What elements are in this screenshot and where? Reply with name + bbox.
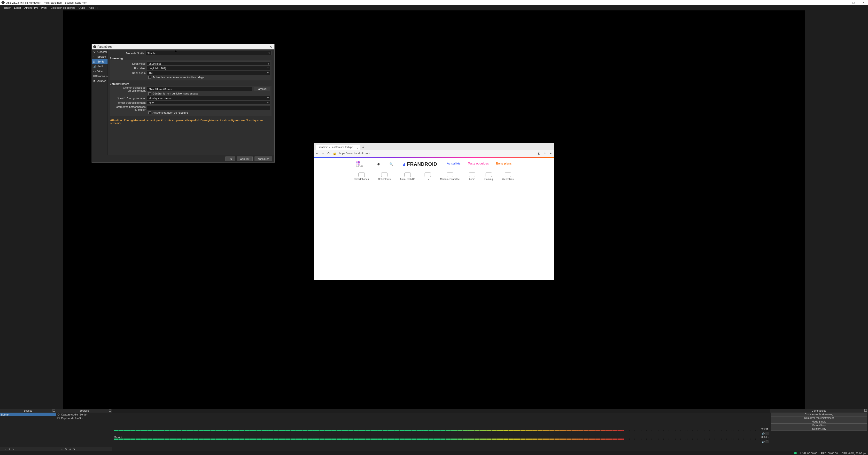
sidebar-item-avance[interactable]: ✖Avancé xyxy=(92,79,107,83)
mode-label: Mode de Sortie xyxy=(110,52,146,55)
sidebar-item-audio[interactable]: 🔊Audio xyxy=(92,64,107,69)
add-source-button[interactable]: + xyxy=(57,448,59,451)
source-item[interactable]: Capture Audio (Sortie) xyxy=(56,413,112,416)
eye-icon[interactable] xyxy=(57,414,60,416)
url-field[interactable]: https://www.frandroid.com xyxy=(339,152,535,155)
start-record-button[interactable]: Démarrer l'enregistrement xyxy=(771,416,867,420)
browser-tab[interactable]: Frandroid – La référence tech po × xyxy=(316,145,360,150)
cat-smartphones[interactable]: Smartphones xyxy=(354,173,369,181)
source-up-button[interactable]: ∧ xyxy=(69,448,71,451)
sidebar-item-general[interactable]: ⚙Général xyxy=(92,50,107,54)
menu-afficher[interactable]: Afficher (V) xyxy=(23,5,39,10)
exit-button[interactable]: Quitter OBS xyxy=(771,427,867,431)
track-settings-icon[interactable] xyxy=(766,441,769,443)
menu-editer[interactable]: Editer xyxy=(12,5,23,10)
recording-header: Enregistrement xyxy=(110,82,272,85)
star-icon[interactable]: ☆ xyxy=(544,152,546,155)
gen-name-row[interactable]: Générer le nom du fichier sans espace xyxy=(111,91,270,96)
source-item[interactable]: Capture de fenêtre xyxy=(56,416,112,420)
menu-collection[interactable]: Collection de scènes xyxy=(49,5,77,10)
encoder-select[interactable]: Logiciel (x264) xyxy=(147,66,270,70)
video-bitrate-input[interactable]: 2500 Kbps xyxy=(147,62,270,66)
menu-profil[interactable]: Profil xyxy=(39,5,49,10)
remove-source-button[interactable]: − xyxy=(61,448,62,451)
sources-dock-title[interactable]: Sources xyxy=(56,409,112,413)
menu-outils[interactable]: Outils xyxy=(77,5,87,10)
cat-wearables[interactable]: Wearables xyxy=(502,173,514,181)
nav-actualites[interactable]: Actualités xyxy=(447,161,460,166)
menu-aide[interactable]: Aide (H) xyxy=(87,5,100,10)
controls-dock-title[interactable]: Commandes xyxy=(770,409,868,413)
sidebar-item-stream[interactable]: ᖮStream (flux) xyxy=(92,54,107,59)
gear-icon: ⚙ xyxy=(93,51,96,53)
scenes-dock-title[interactable]: Scènes xyxy=(0,409,56,413)
settings-button[interactable]: Paramètres xyxy=(771,424,867,427)
reader-icon[interactable]: ◐ xyxy=(538,152,540,155)
popout-icon[interactable] xyxy=(109,409,111,412)
scene-up-button[interactable]: ∧ xyxy=(8,448,10,451)
level-meter xyxy=(114,438,769,440)
close-button[interactable]: ✕ xyxy=(858,0,868,5)
bookmarks-icon[interactable]: ★ xyxy=(550,152,552,155)
rec-path-input[interactable]: \\Mac\Home\Movies xyxy=(147,87,252,91)
darkmode-icon[interactable]: ◐ xyxy=(377,162,380,166)
gen-name-label: Générer le nom du fichier sans espace xyxy=(153,92,198,95)
cat-ordinateurs[interactable]: Ordinateurs xyxy=(378,173,391,181)
track-settings-icon[interactable] xyxy=(766,432,769,435)
start-stream-button[interactable]: Commencer le streaming xyxy=(771,413,867,416)
audio-bitrate-select[interactable]: 160 xyxy=(147,71,270,75)
new-tab-button[interactable]: + xyxy=(362,145,364,149)
advanced-encode-checkbox[interactable] xyxy=(149,76,151,79)
cat-gaming[interactable]: Gaming xyxy=(485,173,493,181)
cat-maison[interactable]: Maison connectée xyxy=(440,173,460,181)
nav-tests[interactable]: Tests et guides xyxy=(468,161,489,166)
source-down-button[interactable]: ∨ xyxy=(73,448,75,451)
muxer-input[interactable] xyxy=(147,106,270,110)
menu-button[interactable]: MENU xyxy=(356,161,363,168)
forward-icon[interactable]: → xyxy=(321,152,324,155)
scene-down-button[interactable]: ∨ xyxy=(12,448,14,451)
minimize-button[interactable]: — xyxy=(839,0,848,5)
tab-close-icon[interactable]: × xyxy=(357,146,358,151)
ok-button[interactable]: Ok xyxy=(225,156,235,161)
video-bitrate-label: Débit vidéo xyxy=(111,62,147,65)
replay-checkbox[interactable] xyxy=(149,112,151,114)
mode-select[interactable]: Simple xyxy=(146,51,272,55)
sidebar-item-sortie[interactable]: ⍈Sortie xyxy=(92,59,107,64)
browse-button[interactable]: Parcourir xyxy=(254,87,270,91)
gen-name-checkbox[interactable] xyxy=(149,92,151,95)
replay-row[interactable]: Activer le tampon de relecture xyxy=(111,111,270,115)
menu-fichier[interactable]: Fichier xyxy=(1,5,12,10)
apply-button[interactable]: Appliquer xyxy=(254,156,272,161)
streaming-section: Débit vidéo 2500 Kbps Encodeur Logiciel … xyxy=(110,60,272,81)
sidebar-item-video[interactable]: ▭Vidéo xyxy=(92,69,107,74)
cat-tv[interactable]: TV xyxy=(425,173,431,181)
remove-scene-button[interactable]: − xyxy=(5,448,6,451)
site-logo[interactable]: ⅎ FRANDROID xyxy=(403,161,437,167)
popout-icon[interactable] xyxy=(864,409,867,412)
rec-quality-select[interactable]: Identique au stream xyxy=(147,96,270,100)
popout-icon[interactable] xyxy=(53,409,55,412)
studio-mode-button[interactable]: Mode Studio xyxy=(771,420,867,424)
laptop-icon xyxy=(381,173,388,177)
sources-toolbar: + − ⚙ ∧ ∨ xyxy=(56,447,112,451)
nav-bonsplans[interactable]: Bons plans xyxy=(496,161,512,166)
add-scene-button[interactable]: + xyxy=(1,448,3,451)
maximize-button[interactable]: ▢ xyxy=(848,0,858,5)
cat-audio[interactable]: Audio xyxy=(469,173,475,181)
sidebar-item-raccourcis[interactable]: ⌨Raccourcis clavier xyxy=(92,74,107,79)
rec-format-select[interactable]: mkv xyxy=(147,100,270,105)
mute-icon[interactable]: 🔊 xyxy=(762,432,765,435)
refresh-icon[interactable]: ⟳ xyxy=(328,152,330,155)
back-icon[interactable]: ← xyxy=(316,152,319,155)
mute-icon[interactable]: 🔊 xyxy=(762,441,765,443)
eye-icon[interactable] xyxy=(57,417,60,419)
scene-item[interactable]: Scène xyxy=(0,413,56,416)
cancel-button[interactable]: Annuler xyxy=(237,156,253,161)
advanced-encode-row[interactable]: Activer les paramètres avancés d'encodag… xyxy=(111,75,270,80)
search-icon[interactable]: 🔍 xyxy=(390,162,393,166)
dialog-close-button[interactable]: ✕ xyxy=(267,44,274,50)
dialog-titlebar[interactable]: Paramètres ✕ xyxy=(92,44,274,50)
source-props-button[interactable]: ⚙ xyxy=(64,448,67,451)
cat-auto[interactable]: Auto - mobilité xyxy=(400,173,415,181)
